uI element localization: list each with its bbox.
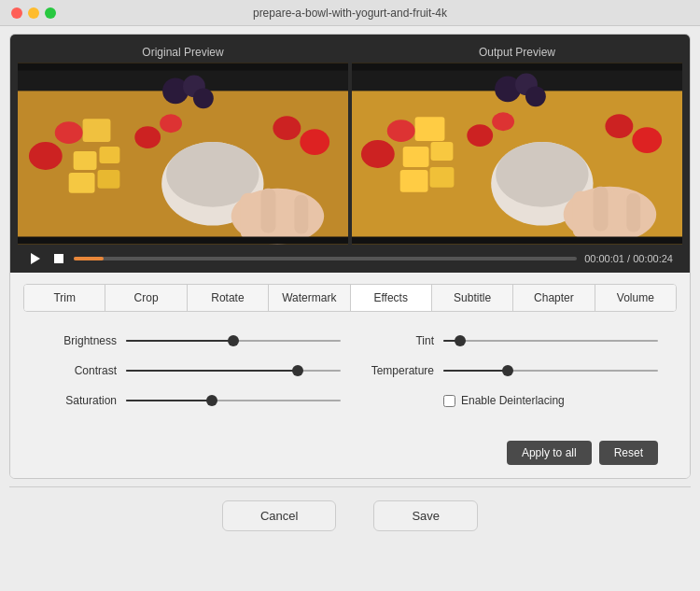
contrast-row: Contrast xyxy=(42,364,341,377)
svg-rect-5 xyxy=(74,151,97,170)
svg-rect-8 xyxy=(98,170,120,189)
svg-rect-9 xyxy=(83,119,111,142)
temperature-slider[interactable] xyxy=(443,370,658,372)
apply-to-all-button[interactable]: Apply to all xyxy=(507,441,592,465)
svg-point-39 xyxy=(492,112,514,131)
temperature-row: Temperature xyxy=(359,364,658,377)
tab-subtitle[interactable]: Subtitle xyxy=(432,285,513,311)
svg-rect-34 xyxy=(430,167,455,188)
titlebar: prepare-a-bowl-with-yogurt-and-fruit-4k xyxy=(0,0,700,26)
output-video xyxy=(352,63,682,245)
saturation-label: Saturation xyxy=(42,394,117,407)
reset-button[interactable]: Reset xyxy=(599,441,658,465)
brightness-slider[interactable] xyxy=(126,340,341,342)
time-display: 00:00:01 / 00:00:24 xyxy=(584,253,673,264)
close-button[interactable] xyxy=(11,7,22,19)
svg-rect-25 xyxy=(18,236,348,244)
output-preview-label: Output Preview xyxy=(352,42,682,63)
contrast-label: Contrast xyxy=(42,364,117,377)
svg-point-13 xyxy=(160,114,182,133)
svg-point-40 xyxy=(605,114,633,138)
svg-point-38 xyxy=(467,124,493,147)
svg-point-37 xyxy=(387,120,415,142)
save-button[interactable]: Save xyxy=(373,500,478,531)
time-current: 00:00:01 xyxy=(584,253,624,264)
controls-section: Trim Crop Rotate Watermark Effects Subti… xyxy=(10,273,690,478)
svg-rect-48 xyxy=(609,190,624,232)
svg-marker-52 xyxy=(31,253,40,264)
svg-rect-23 xyxy=(294,195,308,234)
svg-rect-32 xyxy=(431,142,454,161)
saturation-row: Saturation xyxy=(42,394,341,407)
svg-rect-21 xyxy=(261,189,276,233)
svg-point-18 xyxy=(193,88,214,108)
svg-rect-6 xyxy=(100,147,120,163)
main-container: Original Preview xyxy=(9,34,691,479)
tint-slider[interactable] xyxy=(443,340,658,342)
cancel-button[interactable]: Cancel xyxy=(222,500,336,531)
deinterlacing-label: Enable Deinterlacing xyxy=(461,394,565,407)
svg-point-15 xyxy=(300,129,329,155)
output-preview-panel: Output Preview xyxy=(352,42,682,245)
maximize-button[interactable] xyxy=(45,7,56,19)
tint-label: Tint xyxy=(359,334,434,347)
original-preview-label: Original Preview xyxy=(18,42,348,63)
svg-rect-20 xyxy=(241,193,259,240)
progress-track[interactable] xyxy=(74,257,577,260)
tab-chapter[interactable]: Chapter xyxy=(513,285,595,311)
deinterlacing-row: Enable Deinterlacing xyxy=(443,394,658,407)
svg-point-12 xyxy=(134,126,161,148)
saturation-slider[interactable] xyxy=(126,400,341,401)
temperature-label: Temperature xyxy=(359,364,434,377)
progress-fill xyxy=(74,257,104,260)
bottom-buttons: Cancel Save xyxy=(222,487,478,541)
svg-rect-24 xyxy=(18,63,348,71)
play-button[interactable] xyxy=(27,250,44,267)
tab-volume[interactable]: Volume xyxy=(595,285,676,311)
stop-button[interactable] xyxy=(51,251,66,266)
tint-row: Tint xyxy=(359,334,658,347)
svg-rect-47 xyxy=(594,187,609,232)
svg-point-14 xyxy=(273,116,301,140)
effects-panel: Brightness Contrast Saturation xyxy=(23,327,677,431)
svg-rect-53 xyxy=(54,254,63,263)
original-video xyxy=(18,63,348,245)
effects-right-col: Tint Temperature En xyxy=(359,334,658,424)
svg-point-44 xyxy=(525,86,546,106)
window-title: prepare-a-bowl-with-yogurt-and-fruit-4k xyxy=(253,7,447,20)
svg-rect-49 xyxy=(626,193,640,232)
brightness-row: Brightness xyxy=(42,334,341,347)
svg-rect-46 xyxy=(573,191,592,238)
svg-rect-31 xyxy=(403,147,429,167)
svg-rect-22 xyxy=(277,191,292,233)
tab-effects[interactable]: Effects xyxy=(351,285,432,311)
svg-rect-7 xyxy=(69,173,95,193)
video-previews: Original Preview xyxy=(18,42,682,245)
svg-rect-33 xyxy=(400,170,428,192)
svg-rect-51 xyxy=(352,236,682,244)
tab-trim[interactable]: Trim xyxy=(24,285,105,311)
tab-rotate[interactable]: Rotate xyxy=(188,285,269,311)
effects-left-col: Brightness Contrast Saturation xyxy=(42,334,341,424)
deinterlacing-checkbox[interactable] xyxy=(443,395,455,407)
video-section: Original Preview xyxy=(10,35,690,273)
tab-watermark[interactable]: Watermark xyxy=(269,285,350,311)
svg-point-11 xyxy=(55,121,83,144)
svg-rect-50 xyxy=(352,63,682,71)
brightness-label: Brightness xyxy=(42,334,117,347)
time-total: 00:00:24 xyxy=(633,253,673,264)
transport-bar: 00:00:01 / 00:00:24 xyxy=(18,245,682,273)
svg-point-10 xyxy=(29,142,63,170)
tab-crop[interactable]: Crop xyxy=(105,285,187,311)
tabs-row: Trim Crop Rotate Watermark Effects Subti… xyxy=(23,284,677,312)
svg-point-41 xyxy=(632,127,662,153)
original-preview-panel: Original Preview xyxy=(18,42,348,245)
action-buttons: Apply to all Reset xyxy=(23,441,677,465)
svg-rect-35 xyxy=(415,117,445,141)
minimize-button[interactable] xyxy=(28,7,39,19)
contrast-slider[interactable] xyxy=(126,370,341,372)
titlebar-buttons xyxy=(11,7,56,19)
svg-point-36 xyxy=(361,140,395,168)
